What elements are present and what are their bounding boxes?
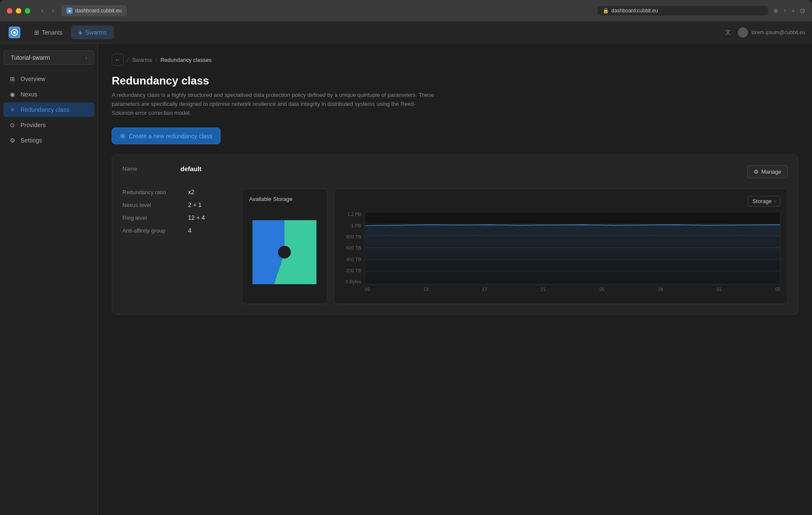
- swarm-chevron-icon: ›: [86, 55, 87, 60]
- breadcrumb: ← / Swarms / Redundancy classes: [112, 54, 798, 66]
- redundancy-ratio-value: x2: [188, 189, 194, 195]
- line-chart-header: Storage ›: [341, 196, 780, 207]
- x-axis: 09 13 17 21 25 29 01 05: [365, 285, 780, 297]
- swarm-name: Tutorial-swarm: [11, 54, 50, 61]
- svg-point-4: [278, 246, 291, 259]
- nav-tab-tenants-label: Tenants: [42, 29, 63, 36]
- nav-tabs: ⊞ Tenants ◈ Swarms: [27, 26, 723, 39]
- sidebar-item-providers[interactable]: ⊙ Providers: [3, 118, 94, 132]
- nav-tab-tenants[interactable]: ⊞ Tenants: [27, 26, 70, 39]
- card-header: Name default ⚙ Manage: [122, 165, 788, 178]
- redundancy-class-icon: ≡: [9, 106, 16, 113]
- nav-tab-swarms[interactable]: ◈ Swarms: [71, 26, 114, 39]
- swarm-selector[interactable]: Tutorial-swarm ›: [3, 50, 94, 65]
- breadcrumb-current-page: Redundancy classes: [160, 57, 212, 63]
- browser-nav: ‹ ›: [39, 6, 56, 15]
- chart-plot: [365, 212, 780, 284]
- create-redundancy-class-button[interactable]: ⊕ Create a new redundancy class: [112, 128, 220, 144]
- breadcrumb-sep-1: /: [127, 57, 129, 63]
- x-label-5: 29: [658, 287, 663, 292]
- sidebar-item-nexus-label: Nexus: [20, 91, 38, 98]
- line-chart-area: 1.2 PB 1 PB 800 TB 600 TB 400 TB 200 TB …: [341, 212, 780, 297]
- tab-favicon: ◆: [67, 8, 72, 14]
- anti-affinity-value: 4: [188, 227, 191, 234]
- manage-btn-label: Manage: [761, 169, 781, 175]
- pie-chart-wrapper: [249, 207, 320, 297]
- anti-affinity-label: Anti-affinity group: [122, 227, 178, 234]
- y-axis: 1.2 PB 1 PB 800 TB 600 TB 400 TB 200 TB …: [341, 212, 365, 284]
- page-title: Redundancy class: [112, 74, 798, 87]
- sidebar-item-overview-label: Overview: [20, 76, 45, 82]
- ring-level-value: 12 + 4: [188, 214, 205, 221]
- x-label-4: 25: [599, 287, 604, 292]
- browser-tab[interactable]: ◆ dashboard.cubbit.eu: [61, 5, 127, 16]
- new-tab-icon[interactable]: +: [792, 7, 795, 14]
- forward-button[interactable]: ›: [49, 6, 57, 15]
- y-label-3: 600 TB: [346, 245, 361, 250]
- pie-chart-card: Available Storage: [242, 189, 327, 304]
- sidebar-item-redundancy-class[interactable]: ≡ Redundancy class: [3, 102, 94, 117]
- back-button[interactable]: ‹: [39, 6, 46, 15]
- pie-chart-svg: [252, 220, 316, 284]
- tabs-icon[interactable]: ⊡: [800, 7, 805, 14]
- y-label-0: 1.2 PB: [347, 212, 361, 217]
- info-row-ring-level: Ring level 12 + 4: [122, 214, 242, 221]
- info-table: Redundancy ratio x2 Nexus level 2 + 1 Ri…: [122, 189, 242, 234]
- nexus-icon: ◉: [9, 91, 16, 98]
- redundancy-class-card: Name default ⚙ Manage Redundancy rati: [112, 154, 798, 315]
- sidebar-item-settings[interactable]: ⚙ Settings: [3, 133, 94, 148]
- settings-icon: ⚙: [9, 137, 16, 144]
- user-email: lorem.ipsum@cubbit.eu: [751, 29, 805, 35]
- user-avatar: [738, 27, 748, 38]
- x-label-3: 21: [541, 287, 546, 292]
- card-charts: Available Storage: [242, 189, 788, 304]
- manage-button[interactable]: ⚙ Manage: [747, 165, 788, 178]
- lock-icon: 🔒: [603, 8, 609, 14]
- language-button[interactable]: 文: [723, 27, 733, 38]
- pie-chart-label: Available Storage: [249, 196, 293, 202]
- y-label-4: 400 TB: [346, 257, 361, 262]
- sidebar-nav: ⊞ Overview ◉ Nexus ≡ Redundancy class ⊙ …: [0, 72, 98, 148]
- nav-tab-swarms-label: Swarms: [85, 29, 107, 36]
- traffic-light-minimize[interactable]: [16, 8, 21, 14]
- browser-actions: ⊕ ↑ + ⊡: [773, 7, 805, 14]
- redundancy-ratio-label: Redundancy ratio: [122, 189, 178, 195]
- app-container: ⊞ Tenants ◈ Swarms 文 lorem.ipsum@cubbit.…: [0, 21, 812, 515]
- svg-point-1: [13, 31, 16, 34]
- x-label-7: 05: [775, 287, 780, 292]
- swarms-icon: ◈: [78, 29, 83, 36]
- tab-area: ◆ dashboard.cubbit.eu: [61, 5, 592, 16]
- traffic-light-maximize[interactable]: [25, 8, 30, 14]
- sidebar-item-nexus[interactable]: ◉ Nexus: [3, 87, 94, 102]
- providers-icon: ⊙: [9, 122, 16, 128]
- share-icon[interactable]: ↑: [783, 7, 786, 14]
- breadcrumb-sep-2: /: [156, 57, 157, 63]
- x-label-2: 17: [482, 287, 487, 292]
- user-info: lorem.ipsum@cubbit.eu: [738, 27, 805, 38]
- breadcrumb-back-button[interactable]: ←: [112, 54, 124, 66]
- y-label-1: 1 PB: [351, 223, 361, 228]
- bookmark-icon[interactable]: ⊕: [773, 7, 778, 14]
- card-body: Redundancy ratio x2 Nexus level 2 + 1 Ri…: [122, 189, 788, 304]
- nexus-level-label: Nexus level: [122, 202, 178, 208]
- y-label-5: 200 TB: [346, 268, 361, 273]
- info-row-anti-affinity: Anti-affinity group 4: [122, 227, 242, 234]
- storage-selector[interactable]: Storage ›: [748, 196, 780, 207]
- sidebar: Tutorial-swarm › ⊞ Overview ◉ Nexus ≡ Re…: [0, 44, 98, 515]
- traffic-light-close[interactable]: [7, 8, 12, 14]
- breadcrumb-swarms-link[interactable]: Swarms: [132, 57, 152, 63]
- sidebar-item-redundancy-label: Redundancy class: [20, 106, 69, 113]
- overview-icon: ⊞: [9, 76, 16, 82]
- nexus-level-value: 2 + 1: [188, 201, 202, 208]
- card-name-row: Name default: [122, 165, 201, 172]
- back-arrow-icon: ←: [115, 57, 120, 63]
- storage-selector-label: Storage: [752, 198, 772, 204]
- address-bar[interactable]: 🔒 dashboard.cubbit.eu: [597, 6, 768, 15]
- nav-right: 文 lorem.ipsum@cubbit.eu: [723, 27, 805, 38]
- page-description: A redundancy class is a highly structure…: [112, 91, 436, 117]
- line-chart-card: Storage › 1.2 PB 1 PB 800 TB 600 TB: [334, 189, 788, 304]
- sidebar-item-overview[interactable]: ⊞ Overview: [3, 72, 94, 86]
- content-area: ← / Swarms / Redundancy classes Redundan…: [98, 44, 812, 515]
- storage-selector-chevron-icon: ›: [774, 199, 776, 204]
- tenants-icon: ⊞: [34, 29, 39, 36]
